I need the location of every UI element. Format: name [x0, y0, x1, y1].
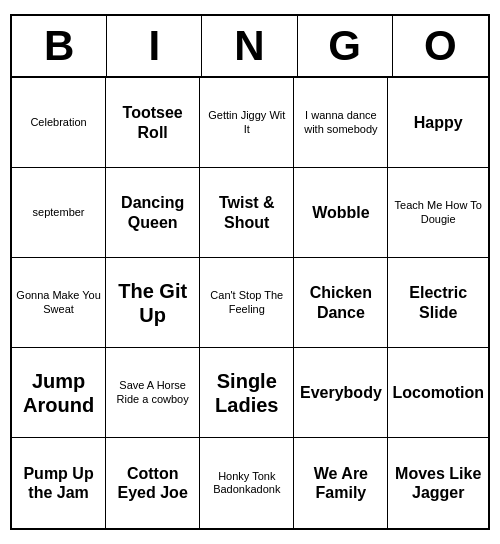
cell-text-19: Locomotion: [392, 383, 484, 402]
cell-text-1: Tootsee Roll: [110, 103, 195, 141]
cell-text-0: Celebration: [30, 116, 86, 129]
header-letter-g: G: [298, 16, 393, 76]
bingo-cell-4[interactable]: Happy: [388, 78, 488, 168]
bingo-cell-5[interactable]: september: [12, 168, 106, 258]
bingo-cell-14[interactable]: Electric Slide: [388, 258, 488, 348]
cell-text-23: We Are Family: [298, 464, 383, 502]
bingo-grid: CelebrationTootsee RollGettin Jiggy Wit …: [12, 78, 488, 528]
cell-text-5: september: [33, 206, 85, 219]
cell-text-20: Pump Up the Jam: [16, 464, 101, 502]
cell-text-10: Gonna Make You Sweat: [16, 289, 101, 315]
cell-text-18: Everybody: [300, 383, 382, 402]
cell-text-8: Wobble: [312, 203, 369, 222]
bingo-cell-7[interactable]: Twist & Shout: [200, 168, 294, 258]
bingo-cell-21[interactable]: Cotton Eyed Joe: [106, 438, 200, 528]
cell-text-15: Jump Around: [16, 369, 101, 417]
cell-text-3: I wanna dance with somebody: [298, 109, 383, 135]
bingo-cell-20[interactable]: Pump Up the Jam: [12, 438, 106, 528]
cell-text-11: The Git Up: [110, 279, 195, 327]
cell-text-13: Chicken Dance: [298, 283, 383, 321]
bingo-cell-24[interactable]: Moves Like Jagger: [388, 438, 488, 528]
cell-text-2: Gettin Jiggy Wit It: [204, 109, 289, 135]
bingo-cell-13[interactable]: Chicken Dance: [294, 258, 388, 348]
bingo-cell-19[interactable]: Locomotion: [388, 348, 488, 438]
bingo-cell-9[interactable]: Teach Me How To Dougie: [388, 168, 488, 258]
cell-text-4: Happy: [414, 113, 463, 132]
header-letter-b: B: [12, 16, 107, 76]
bingo-cell-0[interactable]: Celebration: [12, 78, 106, 168]
cell-text-14: Electric Slide: [392, 283, 484, 321]
cell-text-17: Single Ladies: [204, 369, 289, 417]
bingo-cell-12[interactable]: Can't Stop The Feeling: [200, 258, 294, 348]
bingo-header: BINGO: [12, 16, 488, 78]
cell-text-22: Honky Tonk Badonkadonk: [204, 470, 289, 496]
cell-text-24: Moves Like Jagger: [392, 464, 484, 502]
bingo-cell-10[interactable]: Gonna Make You Sweat: [12, 258, 106, 348]
bingo-cell-11[interactable]: The Git Up: [106, 258, 200, 348]
header-letter-i: I: [107, 16, 202, 76]
bingo-cell-18[interactable]: Everybody: [294, 348, 388, 438]
bingo-cell-1[interactable]: Tootsee Roll: [106, 78, 200, 168]
cell-text-9: Teach Me How To Dougie: [392, 199, 484, 225]
cell-text-12: Can't Stop The Feeling: [204, 289, 289, 315]
bingo-cell-17[interactable]: Single Ladies: [200, 348, 294, 438]
cell-text-7: Twist & Shout: [204, 193, 289, 231]
bingo-cell-23[interactable]: We Are Family: [294, 438, 388, 528]
bingo-cell-3[interactable]: I wanna dance with somebody: [294, 78, 388, 168]
bingo-cell-2[interactable]: Gettin Jiggy Wit It: [200, 78, 294, 168]
cell-text-16: Save A Horse Ride a cowboy: [110, 379, 195, 405]
cell-text-6: Dancing Queen: [110, 193, 195, 231]
bingo-cell-8[interactable]: Wobble: [294, 168, 388, 258]
bingo-cell-22[interactable]: Honky Tonk Badonkadonk: [200, 438, 294, 528]
header-letter-n: N: [202, 16, 297, 76]
bingo-cell-6[interactable]: Dancing Queen: [106, 168, 200, 258]
bingo-card: BINGO CelebrationTootsee RollGettin Jigg…: [10, 14, 490, 530]
bingo-cell-16[interactable]: Save A Horse Ride a cowboy: [106, 348, 200, 438]
header-letter-o: O: [393, 16, 488, 76]
cell-text-21: Cotton Eyed Joe: [110, 464, 195, 502]
bingo-cell-15[interactable]: Jump Around: [12, 348, 106, 438]
